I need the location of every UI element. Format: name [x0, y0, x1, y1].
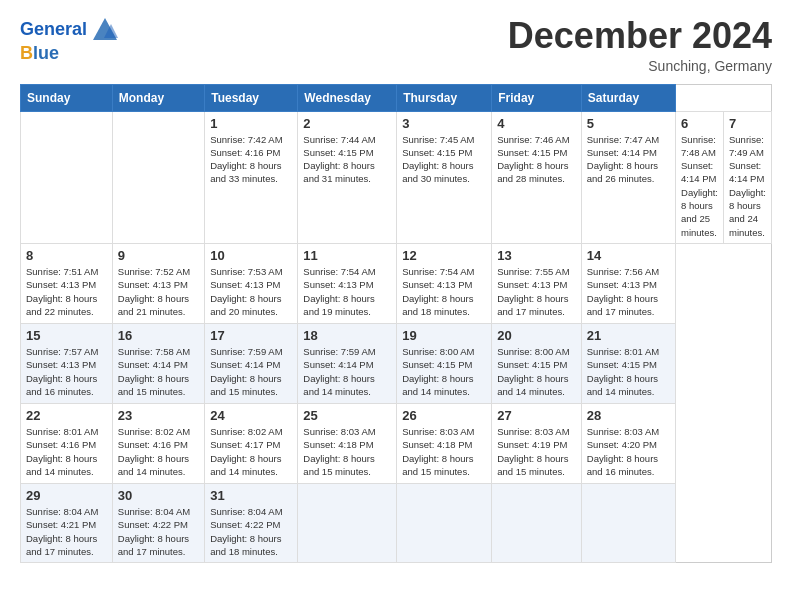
day-info: Sunrise: 7:49 AMSunset: 4:14 PMDaylight:… — [729, 134, 766, 238]
day-cell-28: 28 Sunrise: 8:03 AMSunset: 4:20 PMDaylig… — [581, 403, 675, 483]
day-number: 31 — [210, 488, 292, 503]
empty-cell — [112, 111, 204, 243]
day-number: 26 — [402, 408, 486, 423]
day-info: Sunrise: 7:53 AMSunset: 4:13 PMDaylight:… — [210, 266, 282, 317]
day-number: 3 — [402, 116, 486, 131]
day-info: Sunrise: 7:59 AMSunset: 4:14 PMDaylight:… — [303, 346, 375, 397]
day-number: 21 — [587, 328, 670, 343]
day-info: Sunrise: 8:04 AMSunset: 4:22 PMDaylight:… — [210, 506, 282, 557]
day-cell-2: 2 Sunrise: 7:44 AMSunset: 4:15 PMDayligh… — [298, 111, 397, 243]
day-info: Sunrise: 8:04 AMSunset: 4:21 PMDaylight:… — [26, 506, 98, 557]
day-number: 7 — [729, 116, 766, 131]
day-cell-26: 26 Sunrise: 8:03 AMSunset: 4:18 PMDaylig… — [397, 403, 492, 483]
day-number: 5 — [587, 116, 670, 131]
day-info: Sunrise: 8:03 AMSunset: 4:20 PMDaylight:… — [587, 426, 659, 477]
day-header-wednesday: Wednesday — [298, 84, 397, 111]
day-info: Sunrise: 7:54 AMSunset: 4:13 PMDaylight:… — [402, 266, 474, 317]
calendar-week-5: 29 Sunrise: 8:04 AMSunset: 4:21 PMDaylig… — [21, 483, 772, 562]
day-cell-17: 17 Sunrise: 7:59 AMSunset: 4:14 PMDaylig… — [205, 323, 298, 403]
day-number: 9 — [118, 248, 199, 263]
day-cell-6: 6 Sunrise: 7:48 AMSunset: 4:14 PMDayligh… — [676, 111, 724, 243]
day-number: 8 — [26, 248, 107, 263]
day-cell-24: 24 Sunrise: 8:02 AMSunset: 4:17 PMDaylig… — [205, 403, 298, 483]
day-cell-31: 31 Sunrise: 8:04 AMSunset: 4:22 PMDaylig… — [205, 483, 298, 562]
day-cell-25: 25 Sunrise: 8:03 AMSunset: 4:18 PMDaylig… — [298, 403, 397, 483]
day-info: Sunrise: 8:03 AMSunset: 4:19 PMDaylight:… — [497, 426, 569, 477]
empty-cell — [21, 111, 113, 243]
day-info: Sunrise: 7:47 AMSunset: 4:14 PMDaylight:… — [587, 134, 659, 185]
empty-cell — [298, 483, 397, 562]
day-info: Sunrise: 7:59 AMSunset: 4:14 PMDaylight:… — [210, 346, 282, 397]
day-cell-22: 22 Sunrise: 8:01 AMSunset: 4:16 PMDaylig… — [21, 403, 113, 483]
day-info: Sunrise: 7:58 AMSunset: 4:14 PMDaylight:… — [118, 346, 190, 397]
day-cell-3: 3 Sunrise: 7:45 AMSunset: 4:15 PMDayligh… — [397, 111, 492, 243]
day-header-sunday: Sunday — [21, 84, 113, 111]
day-number: 22 — [26, 408, 107, 423]
day-number: 27 — [497, 408, 576, 423]
day-number: 2 — [303, 116, 391, 131]
day-info: Sunrise: 7:48 AMSunset: 4:14 PMDaylight:… — [681, 134, 718, 238]
day-number: 24 — [210, 408, 292, 423]
day-info: Sunrise: 8:02 AMSunset: 4:17 PMDaylight:… — [210, 426, 282, 477]
title-block: December 2024 Sunching, Germany — [508, 16, 772, 74]
day-number: 16 — [118, 328, 199, 343]
empty-cell — [397, 483, 492, 562]
day-number: 15 — [26, 328, 107, 343]
calendar-week-4: 22 Sunrise: 8:01 AMSunset: 4:16 PMDaylig… — [21, 403, 772, 483]
empty-cell — [581, 483, 675, 562]
day-info: Sunrise: 7:44 AMSunset: 4:15 PMDaylight:… — [303, 134, 375, 185]
logo-subtext: Blue — [20, 43, 59, 63]
day-info: Sunrise: 8:00 AMSunset: 4:15 PMDaylight:… — [497, 346, 569, 397]
calendar-week-3: 15 Sunrise: 7:57 AMSunset: 4:13 PMDaylig… — [21, 323, 772, 403]
day-info: Sunrise: 8:00 AMSunset: 4:15 PMDaylight:… — [402, 346, 474, 397]
day-number: 18 — [303, 328, 391, 343]
logo-text: General — [20, 20, 87, 40]
day-number: 17 — [210, 328, 292, 343]
calendar-week-1: 1 Sunrise: 7:42 AMSunset: 4:16 PMDayligh… — [21, 111, 772, 243]
day-number: 4 — [497, 116, 576, 131]
day-info: Sunrise: 8:03 AMSunset: 4:18 PMDaylight:… — [402, 426, 474, 477]
day-info: Sunrise: 8:01 AMSunset: 4:16 PMDaylight:… — [26, 426, 98, 477]
empty-cell — [492, 483, 582, 562]
day-number: 25 — [303, 408, 391, 423]
day-info: Sunrise: 7:52 AMSunset: 4:13 PMDaylight:… — [118, 266, 190, 317]
day-info: Sunrise: 7:57 AMSunset: 4:13 PMDaylight:… — [26, 346, 98, 397]
day-info: Sunrise: 7:55 AMSunset: 4:13 PMDaylight:… — [497, 266, 569, 317]
day-header-friday: Friday — [492, 84, 582, 111]
month-title: December 2024 — [508, 16, 772, 56]
day-info: Sunrise: 8:04 AMSunset: 4:22 PMDaylight:… — [118, 506, 190, 557]
day-cell-7: 7 Sunrise: 7:49 AMSunset: 4:14 PMDayligh… — [723, 111, 771, 243]
day-cell-23: 23 Sunrise: 8:02 AMSunset: 4:16 PMDaylig… — [112, 403, 204, 483]
day-cell-19: 19 Sunrise: 8:00 AMSunset: 4:15 PMDaylig… — [397, 323, 492, 403]
day-info: Sunrise: 8:03 AMSunset: 4:18 PMDaylight:… — [303, 426, 375, 477]
day-number: 12 — [402, 248, 486, 263]
day-cell-18: 18 Sunrise: 7:59 AMSunset: 4:14 PMDaylig… — [298, 323, 397, 403]
day-header-thursday: Thursday — [397, 84, 492, 111]
calendar-page: General Blue December 2024 Sunching, Ger… — [0, 0, 792, 612]
day-number: 23 — [118, 408, 199, 423]
day-number: 29 — [26, 488, 107, 503]
logo-icon — [91, 16, 119, 44]
header: General Blue December 2024 Sunching, Ger… — [20, 16, 772, 74]
day-number: 19 — [402, 328, 486, 343]
day-number: 30 — [118, 488, 199, 503]
calendar-header-row: SundayMondayTuesdayWednesdayThursdayFrid… — [21, 84, 772, 111]
day-cell-14: 14 Sunrise: 7:56 AMSunset: 4:13 PMDaylig… — [581, 243, 675, 323]
location: Sunching, Germany — [508, 58, 772, 74]
day-number: 14 — [587, 248, 670, 263]
day-cell-9: 9 Sunrise: 7:52 AMSunset: 4:13 PMDayligh… — [112, 243, 204, 323]
day-number: 11 — [303, 248, 391, 263]
day-cell-12: 12 Sunrise: 7:54 AMSunset: 4:13 PMDaylig… — [397, 243, 492, 323]
day-info: Sunrise: 7:51 AMSunset: 4:13 PMDaylight:… — [26, 266, 98, 317]
day-info: Sunrise: 8:02 AMSunset: 4:16 PMDaylight:… — [118, 426, 190, 477]
day-cell-16: 16 Sunrise: 7:58 AMSunset: 4:14 PMDaylig… — [112, 323, 204, 403]
day-cell-4: 4 Sunrise: 7:46 AMSunset: 4:15 PMDayligh… — [492, 111, 582, 243]
day-cell-10: 10 Sunrise: 7:53 AMSunset: 4:13 PMDaylig… — [205, 243, 298, 323]
day-cell-11: 11 Sunrise: 7:54 AMSunset: 4:13 PMDaylig… — [298, 243, 397, 323]
day-cell-8: 8 Sunrise: 7:51 AMSunset: 4:13 PMDayligh… — [21, 243, 113, 323]
day-number: 28 — [587, 408, 670, 423]
day-info: Sunrise: 7:54 AMSunset: 4:13 PMDaylight:… — [303, 266, 375, 317]
day-cell-13: 13 Sunrise: 7:55 AMSunset: 4:13 PMDaylig… — [492, 243, 582, 323]
logo: General Blue — [20, 16, 119, 64]
day-number: 6 — [681, 116, 718, 131]
